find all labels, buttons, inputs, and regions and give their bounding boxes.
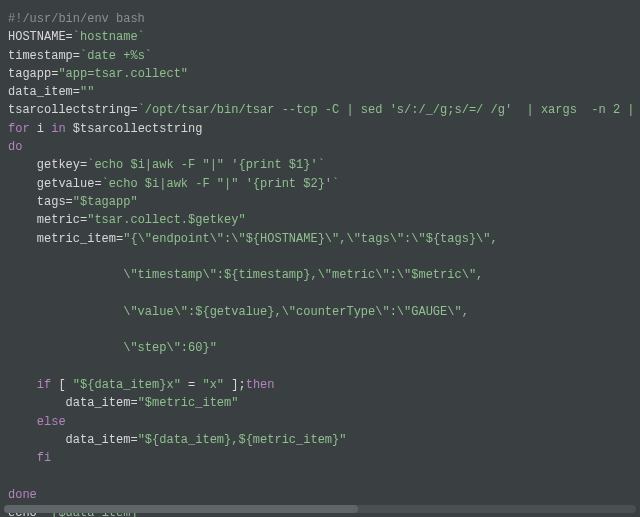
code-token: do bbox=[8, 140, 22, 154]
code-token: \"step\":60}" bbox=[8, 341, 217, 355]
code-token: `hostname` bbox=[73, 30, 145, 44]
code-token: = bbox=[130, 433, 137, 447]
code-token: for bbox=[8, 122, 30, 136]
code-token: HOSTNAME bbox=[8, 30, 66, 44]
code-token: \"timestamp\":${timestamp},\"metric\":\"… bbox=[8, 268, 483, 282]
code-token: = bbox=[73, 85, 80, 99]
code-token: = bbox=[130, 396, 137, 410]
code-token: `echo $i|awk -F "|" '{print $2}'` bbox=[102, 177, 340, 191]
scrollbar-thumb[interactable] bbox=[4, 505, 358, 513]
code-token: "x" bbox=[202, 378, 224, 392]
code-token: tags bbox=[8, 195, 66, 209]
code-token: fi bbox=[8, 451, 51, 465]
shebang-line: #!/usr/bin/env bash bbox=[8, 12, 145, 26]
code-token: [ bbox=[51, 378, 73, 392]
code-token: $tsarcollectstring bbox=[66, 122, 203, 136]
code-token: "$metric_item" bbox=[138, 396, 239, 410]
code-token: `echo $i|awk -F "|" '{print $1}'` bbox=[87, 158, 325, 172]
code-token: data_item bbox=[8, 396, 130, 410]
code-token: = bbox=[94, 177, 101, 191]
code-editor[interactable]: #!/usr/bin/env bash HOSTNAME=`hostname` … bbox=[0, 0, 640, 517]
code-token: metric bbox=[8, 213, 80, 227]
code-token: getvalue bbox=[8, 177, 94, 191]
code-token: metric_item bbox=[8, 232, 116, 246]
code-token: done bbox=[8, 488, 37, 502]
code-token: if bbox=[8, 378, 51, 392]
code-token: tagapp bbox=[8, 67, 51, 81]
code-token: ]; bbox=[224, 378, 246, 392]
code-token: "${data_item}x" bbox=[73, 378, 181, 392]
code-token: = bbox=[181, 378, 203, 392]
code-token: data_item bbox=[8, 433, 130, 447]
code-token: = bbox=[66, 30, 73, 44]
code-token: `/opt/tsar/bin/tsar --tcp -C | sed 's/:/… bbox=[138, 103, 635, 117]
code-token: = bbox=[66, 195, 73, 209]
code-token: = bbox=[130, 103, 137, 117]
code-token: `date +%s` bbox=[80, 49, 152, 63]
code-token: "tsar.collect.$getkey" bbox=[87, 213, 245, 227]
code-token: "{\"endpoint\":\"${HOSTNAME}\",\"tags\":… bbox=[123, 232, 497, 246]
code-token: tsarcollectstring bbox=[8, 103, 130, 117]
code-token: getkey bbox=[8, 158, 80, 172]
code-token: \"value\":${getvalue},\"counterType\":\"… bbox=[8, 305, 469, 319]
horizontal-scrollbar[interactable] bbox=[4, 505, 636, 513]
code-token: i bbox=[30, 122, 52, 136]
code-token: "${data_item},${metric_item}" bbox=[138, 433, 347, 447]
code-token: then bbox=[246, 378, 275, 392]
code-token: "" bbox=[80, 85, 94, 99]
code-token: = bbox=[73, 49, 80, 63]
code-token: in bbox=[51, 122, 65, 136]
code-token: timestamp bbox=[8, 49, 73, 63]
code-token: "app=tsar.collect" bbox=[58, 67, 188, 81]
code-token: else bbox=[8, 415, 66, 429]
code-token: "$tagapp" bbox=[73, 195, 138, 209]
code-token: data_item bbox=[8, 85, 73, 99]
